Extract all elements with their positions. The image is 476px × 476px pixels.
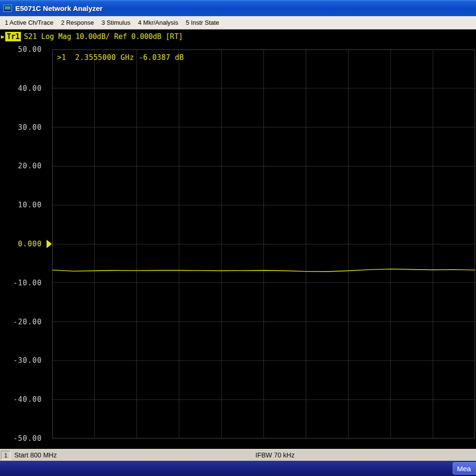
y-tick-label: 10.00 — [18, 201, 42, 209]
e5071c-screen: E5071C Network Analyzer 1 Active Ch/Trac… — [0, 0, 476, 476]
y-tick-label: 40.00 — [18, 84, 42, 93]
softkey-bar: Mea — [0, 461, 476, 476]
y-tick-label: 30.00 — [18, 123, 42, 132]
marker-readout: >1 2.3555000 GHz -6.0387 dB — [57, 53, 184, 62]
app-icon — [3, 5, 12, 12]
channel-indicator: 1 — [1, 451, 10, 460]
menu-bar: 1 Active Ch/Trace 2 Response 3 Stimulus … — [0, 16, 476, 29]
start-frequency-label: Start 800 MHz — [14, 451, 57, 459]
active-trace-arrow-icon: ▶ — [1, 33, 4, 40]
softkey-meas-button[interactable]: Mea — [453, 462, 476, 475]
y-tick-label: -30.00 — [13, 356, 42, 365]
menu-active-ch-trace[interactable]: 1 Active Ch/Trace — [1, 17, 57, 28]
y-tick-label: -10.00 — [13, 279, 42, 287]
menu-stimulus[interactable]: 3 Stimulus — [98, 17, 135, 28]
status-bar: 1 Start 800 MHz IFBW 70 kHz — [0, 449, 476, 461]
ifbw-label: IFBW 70 kHz — [255, 451, 294, 459]
trace-header: ▶ Tr1 S21 Log Mag 10.00dB/ Ref 0.000dB [… — [0, 31, 183, 42]
menu-mkr-analysis[interactable]: 4 Mkr/Analysis — [134, 17, 182, 28]
y-tick-label: 50.00 — [18, 45, 42, 54]
grid-and-trace-svg — [52, 49, 475, 438]
y-axis-labels: 50.0040.0030.0020.0010.000.000-10.00-20.… — [0, 49, 47, 438]
trace-label[interactable]: Tr1 — [5, 32, 21, 41]
reference-level-marker-icon — [47, 240, 52, 248]
instrument-display: ▶ Tr1 S21 Log Mag 10.00dB/ Ref 0.000dB [… — [0, 29, 476, 449]
trace-format-text: S21 Log Mag 10.00dB/ Ref 0.000dB [RT] — [24, 32, 183, 41]
menu-instr-state[interactable]: 5 Instr State — [182, 17, 223, 28]
y-tick-label: -20.00 — [13, 318, 42, 326]
y-tick-label: -50.00 — [13, 434, 42, 443]
plot-area: >1 2.3555000 GHz -6.0387 dB — [52, 49, 475, 438]
y-tick-label: 20.00 — [18, 162, 42, 170]
window-title: E5071C Network Analyzer — [15, 4, 103, 12]
menu-response[interactable]: 2 Response — [57, 17, 97, 28]
title-bar[interactable]: E5071C Network Analyzer — [0, 0, 476, 16]
y-tick-label: 0.000 — [18, 240, 42, 248]
y-tick-label: -40.00 — [13, 395, 42, 404]
